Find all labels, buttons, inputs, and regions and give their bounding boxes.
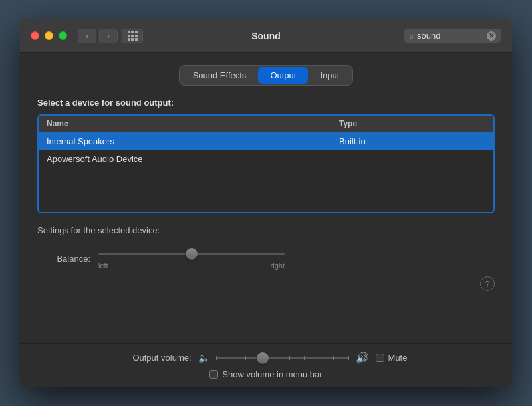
- volume-high-icon: 🔊: [356, 352, 369, 364]
- mute-checkbox[interactable]: [376, 354, 384, 362]
- vol-tick: [348, 356, 349, 360]
- main-window: ‹ › Sound ⌕ ✕ Sound Effects Output: [20, 19, 512, 387]
- table-body: Internal Speakers Built-in Apowersoft Au…: [39, 132, 493, 212]
- vol-tick: [231, 356, 231, 360]
- col-type-header: Type: [339, 119, 485, 128]
- volume-slider-thumb[interactable]: [257, 352, 269, 364]
- traffic-lights: [31, 31, 67, 40]
- help-area: ?: [37, 276, 495, 291]
- vol-tick: [245, 356, 246, 360]
- device-table: Name Type Internal Speakers Built-in Apo…: [37, 114, 495, 213]
- maximize-button[interactable]: [59, 31, 67, 40]
- volume-label: Output volume:: [125, 353, 192, 363]
- titlebar: ‹ › Sound ⌕ ✕: [20, 19, 512, 53]
- vol-tick: [216, 356, 217, 360]
- show-volume-row: Show volume in menu bar: [37, 369, 495, 379]
- close-button[interactable]: [31, 31, 39, 40]
- clear-search-button[interactable]: ✕: [487, 31, 496, 41]
- search-bar: ⌕ ✕: [404, 29, 501, 43]
- grid-button[interactable]: [122, 29, 143, 43]
- volume-ticks: [216, 357, 349, 359]
- search-input[interactable]: [417, 31, 483, 41]
- window-title: Sound: [251, 31, 281, 41]
- vol-tick: [275, 356, 275, 360]
- col-name-header: Name: [47, 119, 339, 128]
- table-row[interactable]: Apowersoft Audio Device: [39, 150, 493, 168]
- vol-tick: [319, 356, 319, 360]
- volume-slider-track[interactable]: [216, 357, 349, 359]
- table-row[interactable]: Internal Speakers Built-in: [39, 132, 493, 150]
- help-button[interactable]: ?: [480, 276, 495, 291]
- tabs-container: Sound Effects Output Input: [37, 65, 495, 86]
- bottom-bar: Output volume: 🔈 🔊: [20, 343, 512, 387]
- balance-right-label: right: [271, 262, 285, 270]
- show-volume-checkbox[interactable]: [209, 370, 218, 379]
- show-volume-label: Show volume in menu bar: [222, 369, 322, 379]
- tab-input[interactable]: Input: [308, 67, 351, 84]
- nav-buttons: ‹ ›: [78, 29, 118, 43]
- content-area: Sound Effects Output Input Select a devi…: [20, 53, 512, 343]
- back-icon: ‹: [86, 32, 88, 40]
- vol-tick: [304, 356, 305, 360]
- balance-slider-labels: left right: [98, 262, 285, 270]
- balance-slider-container: left right: [98, 247, 285, 270]
- row-type: Built-in: [339, 136, 485, 146]
- balance-slider-track[interactable]: [98, 253, 285, 255]
- balance-left-label: left: [98, 262, 108, 270]
- balance-label: Balance:: [37, 254, 90, 264]
- table-header: Name Type: [39, 116, 493, 132]
- tab-sound-effects[interactable]: Sound Effects: [181, 67, 259, 84]
- minimize-button[interactable]: [45, 31, 53, 40]
- search-icon: ⌕: [409, 31, 414, 41]
- settings-label: Settings for the selected device:: [37, 225, 495, 235]
- forward-icon: ›: [107, 32, 110, 40]
- forward-button[interactable]: ›: [99, 29, 118, 43]
- mute-row: Mute: [376, 353, 408, 363]
- vol-tick: [289, 356, 290, 360]
- vol-tick: [333, 356, 334, 360]
- tabs: Sound Effects Output Input: [179, 65, 354, 86]
- row-type: [339, 154, 485, 164]
- grid-icon: [128, 31, 138, 41]
- section-title: Select a device for sound output:: [37, 98, 495, 108]
- volume-row: Output volume: 🔈 🔊: [37, 352, 495, 364]
- row-name: Apowersoft Audio Device: [47, 154, 339, 164]
- balance-slider-thumb[interactable]: [186, 248, 198, 260]
- row-name: Internal Speakers: [47, 136, 339, 146]
- back-button[interactable]: ‹: [78, 29, 96, 43]
- volume-low-icon: 🔈: [198, 353, 209, 363]
- balance-row: Balance: left right: [37, 247, 495, 270]
- mute-label: Mute: [388, 353, 408, 363]
- tab-output[interactable]: Output: [258, 67, 308, 84]
